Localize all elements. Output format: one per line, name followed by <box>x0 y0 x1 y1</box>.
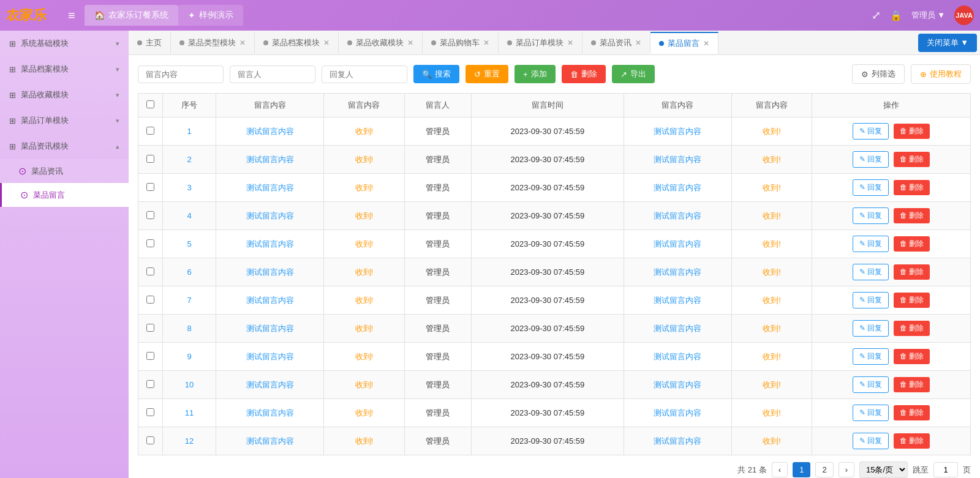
delete-row-button[interactable]: 🗑 删除 <box>894 152 930 167</box>
tab-dish-collect[interactable]: 菜品收藏模块 ✕ <box>339 32 423 53</box>
close-icon-archive[interactable]: ✕ <box>323 39 330 47</box>
sidebar-sub-news: ⊙ 菜品资讯 ⊙ 菜品留言 <box>0 159 129 207</box>
tab-home[interactable]: 主页 <box>129 32 171 53</box>
delete-row-button[interactable]: 🗑 删除 <box>894 293 930 308</box>
hamburger-button[interactable]: ≡ <box>65 6 78 26</box>
reply-button[interactable]: ✎ 回复 <box>853 292 889 308</box>
delete-button[interactable]: 🗑 删除 <box>562 65 606 83</box>
reply-button[interactable]: ✎ 回复 <box>853 348 889 365</box>
close-icon-type[interactable]: ✕ <box>239 39 246 47</box>
delete-row-button[interactable]: 🗑 删除 <box>894 124 930 139</box>
delete-row-button[interactable]: 🗑 删除 <box>894 433 930 449</box>
row-checkbox[interactable] <box>146 211 154 219</box>
row-checkbox[interactable] <box>146 155 154 163</box>
tab-dish-cart[interactable]: 菜品购物车 ✕ <box>423 32 499 53</box>
row-col4: 收到! <box>763 211 781 220</box>
delete-row-button[interactable]: 🗑 删除 <box>894 349 930 364</box>
column-filter-button[interactable]: ⚙ 列筛选 <box>852 64 905 84</box>
top-nav-tab-ordering[interactable]: 🏠 农家乐订餐系统 <box>85 5 178 26</box>
reply-button[interactable]: ✎ 回复 <box>853 179 889 196</box>
reply-button[interactable]: ✎ 回复 <box>853 376 889 393</box>
row-checkbox[interactable] <box>146 324 154 332</box>
delete-row-button[interactable]: 🗑 删除 <box>894 180 930 195</box>
row-checkbox[interactable] <box>146 436 154 444</box>
row-id[interactable]: 11 <box>185 408 194 417</box>
export-button[interactable]: ↗ 导出 <box>612 65 655 83</box>
row-id[interactable]: 10 <box>185 380 194 389</box>
add-button[interactable]: + 添加 <box>514 65 556 83</box>
tab-dish-order[interactable]: 菜品订单模块 ✕ <box>499 32 582 53</box>
sidebar-group-favorites-header[interactable]: ⊞ 菜品收藏模块 ▾ <box>0 82 129 108</box>
tab-dish-type[interactable]: 菜品类型模块 ✕ <box>171 32 255 53</box>
delete-row-button[interactable]: 🗑 删除 <box>894 208 930 223</box>
search-button[interactable]: 🔍 搜索 <box>413 65 459 83</box>
per-page-select[interactable]: 15条/页 20条/页 30条/页 <box>859 461 908 478</box>
sidebar-group-orders-header[interactable]: ⊞ 菜品订单模块 ▾ <box>0 108 129 133</box>
row-id[interactable]: 2 <box>187 155 191 164</box>
sidebar-item-comments[interactable]: ⊙ 菜品留言 <box>0 183 129 207</box>
prev-page-button[interactable]: ‹ <box>772 462 788 477</box>
reply-button[interactable]: ✎ 回复 <box>853 405 889 421</box>
comment-reply-input[interactable] <box>322 65 407 83</box>
close-tabs-button[interactable]: 关闭菜单 ▼ <box>918 34 977 52</box>
delete-row-button[interactable]: 🗑 删除 <box>894 377 930 392</box>
close-icon-news[interactable]: ✕ <box>635 39 641 47</box>
table-row: 11 测试留言内容 收到! 管理员 2023-09-30 07:45:59 测试… <box>138 399 971 427</box>
reply-button[interactable]: ✎ 回复 <box>853 320 889 337</box>
reply-button[interactable]: ✎ 回复 <box>853 236 889 252</box>
tab-dish-archive[interactable]: 菜品档案模块 ✕ <box>255 32 339 53</box>
admin-dropdown[interactable]: 管理员 ▼ <box>911 10 945 21</box>
sidebar-group-news-header[interactable]: ⊞ 菜品资讯模块 ▴ <box>0 133 129 159</box>
row-id[interactable]: 12 <box>185 436 194 446</box>
close-icon-order[interactable]: ✕ <box>567 39 573 47</box>
comment-content-input[interactable] <box>138 65 224 83</box>
row-id[interactable]: 1 <box>187 127 191 136</box>
select-all-checkbox[interactable] <box>146 100 154 108</box>
row-id[interactable]: 3 <box>187 183 191 192</box>
sidebar-item-news[interactable]: ⊙ 菜品资讯 <box>0 159 129 183</box>
row-id[interactable]: 8 <box>187 324 191 333</box>
row-checkbox[interactable] <box>146 352 154 360</box>
row-id[interactable]: 7 <box>187 296 191 305</box>
comment-author-input[interactable] <box>230 65 315 83</box>
sidebar-group-dishes-header[interactable]: ⊞ 菜品档案模块 ▾ <box>0 56 129 82</box>
tab-dish-news[interactable]: 菜品资讯 ✕ <box>582 32 650 53</box>
row-id[interactable]: 9 <box>187 352 191 361</box>
tutorial-button[interactable]: ⊕ 使用教程 <box>911 64 971 84</box>
reply-button[interactable]: ✎ 回复 <box>853 433 889 449</box>
close-icon-comments[interactable]: ✕ <box>703 39 709 48</box>
reply-button[interactable]: ✎ 回复 <box>853 207 889 224</box>
row-checkbox[interactable] <box>146 183 154 191</box>
top-nav-tab-demo[interactable]: ✦ 样例演示 <box>178 5 243 26</box>
page-1-button[interactable]: 1 <box>793 462 810 477</box>
delete-row-button[interactable]: 🗑 删除 <box>894 405 930 420</box>
delete-row-button[interactable]: 🗑 删除 <box>894 321 930 336</box>
sidebar-group-system-header[interactable]: ⊞ 系统基础模块 ▾ <box>0 31 129 56</box>
lock-icon[interactable]: 🔒 <box>890 10 902 21</box>
row-time: 2023-09-30 07:45:59 <box>471 343 624 371</box>
expand-icon[interactable]: ⤢ <box>872 9 881 22</box>
row-checkbox[interactable] <box>146 408 154 416</box>
reset-button[interactable]: ↺ 重置 <box>466 65 508 83</box>
row-checkbox[interactable] <box>146 296 154 304</box>
reply-button[interactable]: ✎ 回复 <box>853 151 889 168</box>
reply-button[interactable]: ✎ 回复 <box>853 264 889 280</box>
row-checkbox[interactable] <box>146 239 154 247</box>
close-icon-collect[interactable]: ✕ <box>407 39 413 47</box>
jump-page-input[interactable] <box>933 462 958 477</box>
delete-row-button[interactable]: 🗑 删除 <box>894 236 930 252</box>
row-checkbox[interactable] <box>146 267 154 275</box>
row-checkbox[interactable] <box>146 380 154 388</box>
row-id[interactable]: 4 <box>187 211 191 220</box>
page-2-button[interactable]: 2 <box>815 462 833 477</box>
row-checkbox[interactable] <box>146 127 154 135</box>
row-col4: 收到! <box>763 239 781 248</box>
tab-dish-comments[interactable]: 菜品留言 ✕ <box>650 32 718 54</box>
row-id[interactable]: 6 <box>187 267 191 277</box>
table-row: 9 测试留言内容 收到! 管理员 2023-09-30 07:45:59 测试留… <box>138 343 971 371</box>
reply-button[interactable]: ✎ 回复 <box>853 123 889 140</box>
delete-row-button[interactable]: 🗑 删除 <box>894 264 930 280</box>
next-page-button[interactable]: › <box>839 462 854 477</box>
row-id[interactable]: 5 <box>187 239 191 248</box>
close-icon-cart[interactable]: ✕ <box>483 39 489 47</box>
